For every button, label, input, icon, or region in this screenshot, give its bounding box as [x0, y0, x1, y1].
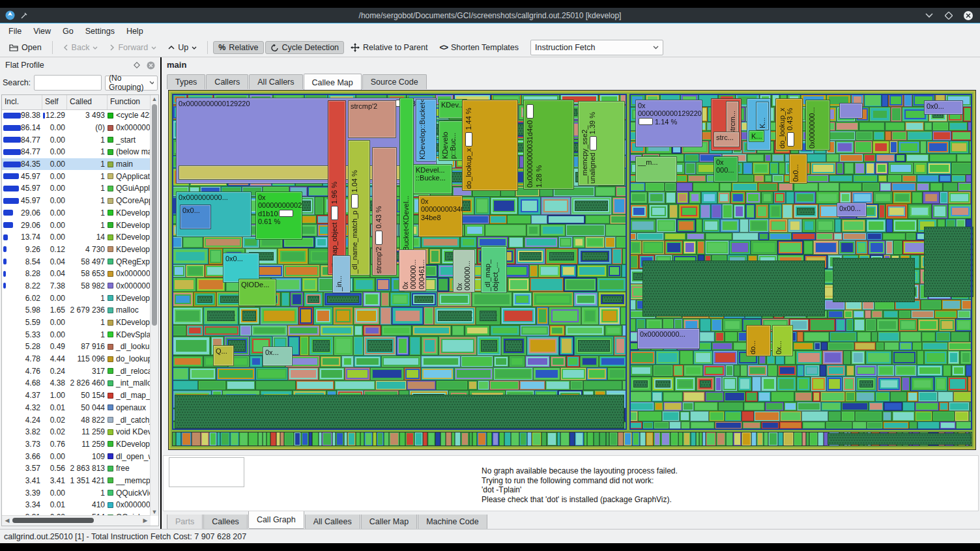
vertical-scrollbar[interactable]: ▲ ▼ [150, 95, 158, 516]
table-row[interactable]: 4.320.0150 044openaux [2, 402, 151, 414]
maximize-button[interactable] [944, 10, 954, 21]
tab-call-graph[interactable]: Call Graph [248, 511, 304, 529]
treemap-cell[interactable]: K... [756, 102, 769, 130]
table-row[interactable]: 5.330.001KDevSplash [2, 328, 151, 341]
callee-treemap[interactable]: 0x00000000001292203.82 %_dl_map_object1.… [168, 90, 976, 450]
table-row[interactable]: 3.340.014100x0000000 [2, 499, 151, 511]
scroll-down-arrow[interactable]: ▼ [151, 508, 158, 516]
treemap-cell[interactable]: KDevel... ::Bucke... [413, 164, 452, 194]
tab-machine-code[interactable]: Machine Code [418, 515, 487, 530]
treemap-cell[interactable]: 0x 00000000340 34be8 [418, 195, 463, 237]
treemap-cell[interactable]: 0x0000000... [805, 100, 830, 150]
table-row[interactable]: 5.280.4987 916_dl_lookup [2, 341, 151, 353]
treemap-cell[interactable] [839, 103, 863, 119]
treemap-cell[interactable]: 0x00000000031d4e01.28 % [523, 100, 574, 190]
tab-all-callers[interactable]: All Callers [249, 74, 302, 89]
tab-all-callees[interactable]: All Callees [305, 515, 360, 530]
relative-to-parent-toggle[interactable]: Relative to Parent [345, 41, 433, 54]
table-row[interactable]: 84.350.001main [2, 158, 151, 171]
table-row[interactable]: 3.390.001QQuickVie [2, 487, 151, 499]
treemap-cell[interactable]: 0x00000000... [637, 328, 700, 349]
close-button[interactable] [963, 10, 973, 21]
treemap-cell[interactable]: strc... [713, 132, 740, 147]
table-row[interactable]: 5.981.652 679 236malloc [2, 304, 151, 317]
grouping-combobox[interactable]: (No Grouping) [105, 76, 158, 91]
cycle-detection-toggle[interactable]: Cycle Detection [265, 41, 345, 54]
tab-callee-map[interactable]: Callee Map [304, 74, 362, 90]
scroll-left-arrow[interactable]: ◀ [3, 516, 11, 524]
scroll-right-arrow[interactable]: ▶ [141, 516, 149, 524]
treemap-cell[interactable]: 0x0... [924, 100, 963, 115]
table-row[interactable]: 84.770.001(below mai [2, 146, 151, 158]
scrollbar-thumb[interactable] [12, 518, 94, 523]
treemap-cell[interactable]: 0x0... [789, 154, 807, 184]
table-header[interactable]: Incl.SelfCalledFunction [2, 95, 158, 110]
table-row[interactable]: 8.227.3858 9820x0000000 [2, 280, 151, 292]
treemap-cell[interactable]: 0x... [263, 346, 293, 366]
table-row[interactable]: 13.740.0014KDevelop:: [2, 231, 151, 244]
search-input[interactable] [34, 75, 102, 91]
close-dock-icon[interactable] [147, 61, 155, 70]
scrollbar-thumb[interactable] [152, 104, 157, 326]
treemap-cell[interactable]: _dl_map_ object_... [481, 246, 507, 293]
column-header-called[interactable]: Called [67, 95, 108, 109]
tab-callers[interactable]: Callers [206, 74, 248, 89]
treemap-cell[interactable]: 0x 000000... [453, 249, 475, 292]
treemap-cell[interactable]: KDevelop::Bucket<KDevelop::Qu... [416, 99, 437, 162]
menu-view[interactable]: View [27, 25, 57, 38]
treemap-cell[interactable]: 0x... [772, 325, 793, 356]
table-row[interactable]: 45.970.001QApplicatio [2, 170, 151, 182]
table-row[interactable]: 3.570.562 863 813free [2, 462, 151, 475]
scroll-up-arrow[interactable]: ▲ [151, 95, 158, 103]
up-button[interactable]: Up [163, 41, 202, 54]
treemap-cell[interactable]: Q... [213, 345, 234, 366]
tab-caller-map[interactable]: Caller Map [361, 515, 417, 530]
column-header-self[interactable]: Self [42, 95, 67, 109]
minimize-button[interactable] [924, 10, 934, 21]
treemap-cell[interactable]: 0x0... [180, 205, 211, 229]
menu-go[interactable]: Go [57, 25, 79, 38]
table-row[interactable]: 4.760.24317_dl_relocat [2, 365, 151, 377]
table-row[interactable]: 3.660.00109dl_open_w [2, 450, 151, 462]
treemap-cell[interactable]: do_lookup_x1.44 % [462, 100, 518, 191]
tab-parts[interactable]: Parts [167, 515, 203, 530]
tab-callees[interactable]: Callees [203, 515, 248, 530]
treemap-cell[interactable]: _dl_map_object1.96 % [328, 100, 346, 275]
table-row[interactable]: 8.280.0458 6530x0000000 [2, 268, 151, 280]
table-row[interactable]: 3.820.0211 259void KDeve [2, 426, 151, 438]
table-row[interactable]: 86.140.00(0)0x00000000 [2, 122, 151, 134]
treemap-cell[interactable]: QIODe... [238, 279, 276, 306]
treemap-cell[interactable]: do... [746, 325, 771, 356]
shorten-templates-toggle[interactable]: <> Shorten Templates [434, 41, 524, 54]
table-row[interactable]: 3.730.7611 259KDevelop:: [2, 438, 151, 451]
relative-toggle[interactable]: % Relative [213, 41, 263, 54]
treemap-cell[interactable]: 0x 00000000002 d1b100.61 % [255, 191, 302, 240]
back-button[interactable]: Back [58, 41, 104, 54]
table-row[interactable]: 29.060.001KDevelop:: [2, 219, 151, 231]
table-row[interactable]: 29.060.001KDevelop:: [2, 207, 151, 219]
horizontal-scrollbar[interactable]: ◀ ▶ [2, 515, 151, 526]
treemap-cell[interactable]: strcmp'20.43 % [372, 147, 397, 276]
table-row[interactable]: 6.020.001KDevelop:: [2, 292, 151, 304]
pin-icon[interactable] [20, 12, 28, 20]
table-row[interactable]: 84.770.001_start [2, 134, 151, 146]
table-row[interactable]: 98.3812.293 493<cycle 42> [2, 109, 151, 122]
menu-help[interactable]: Help [121, 25, 149, 38]
table-row[interactable]: 4.371.0050 154_dl_map_o [2, 389, 151, 402]
menu-file[interactable]: File [3, 25, 27, 38]
open-button[interactable]: Open [4, 41, 47, 54]
column-header-incl[interactable]: Incl. [2, 95, 42, 109]
table-row[interactable]: 4.684.382 826 460_int_malloc [2, 377, 151, 389]
float-dock-icon[interactable] [134, 62, 140, 68]
treemap-cell[interactable]: __memcpy_sse2_ unaligned1.39 % [578, 101, 625, 186]
treemap-cell[interactable]: do_lookup_x0.43 % [775, 98, 803, 150]
graph-birdseye-view[interactable] [169, 457, 244, 487]
tab-source-code[interactable]: Source Code [362, 74, 427, 89]
table-row[interactable]: 8.540.0458 497QRegExp::c [2, 255, 151, 268]
treemap-cell[interactable]: K... [749, 130, 764, 142]
table-row[interactable]: 3.413.411 351 421__memcpy [2, 475, 151, 487]
table-row[interactable]: 45.970.001QGuiApplic [2, 182, 151, 195]
table-row[interactable]: 4.784.44115 096do_lookup [2, 353, 151, 365]
treemap-cell[interactable]: 0x00... [837, 203, 867, 217]
event-type-combobox[interactable]: Instruction Fetch [530, 40, 663, 55]
